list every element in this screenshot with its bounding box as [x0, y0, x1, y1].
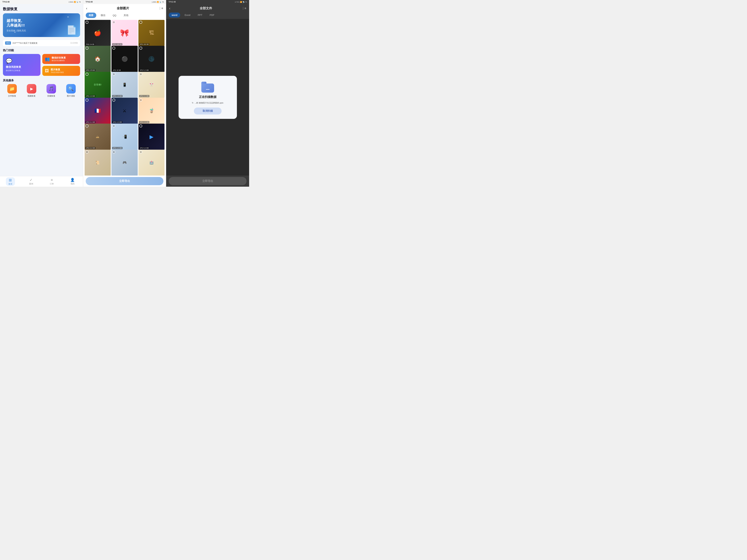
tab-pdf[interactable]: PDF — [207, 12, 217, 18]
service-audio[interactable]: 🎵 音频恢复 — [42, 84, 60, 97]
tab-album[interactable]: 相册 — [86, 12, 96, 18]
export-button-images[interactable]: 立即导出 — [86, 177, 163, 185]
img-thumbnail-13: ⛰ — [85, 124, 111, 150]
select-circle-8[interactable] — [112, 73, 115, 76]
select-circle-3[interactable] — [139, 21, 142, 24]
signal-icon-3: 📶 — [240, 1, 242, 3]
image-item-17[interactable]: 🎮 — [111, 150, 138, 176]
image-item-1[interactable]: 🍎 PNG 34 kB — [85, 20, 111, 46]
status-bar-images: 下午2:49 1.0K/s 📶 📡 75 — [83, 0, 166, 4]
select-circle-16[interactable] — [85, 151, 88, 154]
cancel-scan-button[interactable]: 取消扫描 — [194, 108, 222, 114]
img-label-12: JPG 2.6 MB — [139, 121, 150, 123]
image-item-16[interactable]: 📜 — [85, 150, 111, 176]
tab-word[interactable]: word — [169, 12, 180, 18]
time-files: 下午2:49 — [168, 1, 176, 3]
wechat-friend-card[interactable]: 👥 微信好友恢复 微信好友误删恢复 — [42, 54, 80, 64]
news-time: 11分钟前 — [70, 42, 78, 44]
status-icons-files: 4.7K/s 📶 📡 75 — [235, 1, 247, 3]
status-icons-home: 2.5K/s 📶 📡 75 — [69, 1, 81, 3]
service-video[interactable]: ▶ 视频恢复 — [23, 84, 41, 97]
tab-wechat[interactable]: 微信 — [98, 12, 108, 18]
nav-home-active-bg: ⊞ 首页 — [6, 177, 15, 186]
select-circle-9[interactable] — [139, 73, 142, 76]
image-item-8[interactable]: 📱 JPG 1.9 MB — [111, 72, 138, 98]
screen-files: 下午2:49 4.7K/s 📶 📡 75 ‹ 全部文件 ⋮≡ word Exce… — [166, 0, 249, 187]
img-label-10: JPG 9.1 MB — [85, 121, 96, 123]
news-badge: 资讯 — [5, 42, 11, 45]
img-label-8: JPG 1.9 MB — [112, 95, 123, 97]
select-circle-12[interactable] — [139, 99, 142, 102]
image-item-5[interactable]: ⚫ JPG 32 kB — [111, 46, 138, 72]
wechat-friend-icon: 👥 — [45, 57, 50, 61]
image-item-18[interactable]: 🏥 — [138, 150, 165, 176]
wechat-msg-card[interactable]: 💬 微信消息恢复 微信聊天记录恢复 — [3, 54, 41, 76]
select-circle-7[interactable] — [85, 73, 88, 76]
image-item-11[interactable]: ⚔ JPG 4.3 MB — [111, 98, 138, 124]
menu-icon-images[interactable]: ⋮≡ — [158, 6, 163, 10]
nav-home[interactable]: ⊞ 首页 — [0, 177, 21, 186]
feature-right-col: 👥 微信好友恢复 微信好友误删恢复 🖼 图片恢复 手机丢失图片恢复 — [42, 54, 80, 76]
img-thumbnail-10: 🇫🇷 — [85, 98, 111, 124]
back-button-images[interactable]: ‹ — [86, 6, 87, 10]
image-item-3[interactable]: 🏗 JPG 191 kB — [138, 20, 165, 46]
tab-excel[interactable]: Excel — [182, 12, 193, 18]
select-circle-17[interactable] — [112, 151, 115, 154]
images-title: 全部图片 — [117, 6, 129, 10]
file-icon: 📁 — [7, 84, 17, 94]
image-item-9[interactable]: 🎌 JPG 3.1 MB — [138, 72, 165, 98]
image-item-13[interactable]: ⛰ JPG 8.4 MB — [85, 124, 111, 150]
export-button-files: 立即导出 — [169, 177, 247, 185]
img-label-13: JPG 8.4 MB — [85, 147, 96, 149]
tab-ppt[interactable]: PPT — [195, 12, 205, 18]
image-grid: 🍎 PNG 34 kB 🎀 JPG 106 kB 🏗 JPG 191 kB 🏠 … — [83, 19, 166, 176]
image-item-15[interactable]: ▶ JPG 9.4 MB — [138, 124, 165, 150]
photo-recovery-card[interactable]: 🖼 图片恢复 手机丢失图片恢复 — [42, 66, 80, 76]
tab-other[interactable]: 其他 — [121, 12, 131, 18]
select-circle-6[interactable] — [139, 47, 142, 50]
nav-orders[interactable]: ≡ 订单 — [42, 178, 62, 185]
img-label-6: JPG 5.2 MB — [139, 69, 150, 71]
select-circle-15[interactable] — [139, 125, 142, 127]
image-item-6[interactable]: 🌑 JPG 5.2 MB — [138, 46, 165, 72]
folder-minus-icon — [206, 89, 210, 90]
image-item-7[interactable]: 非常棒! JPG 2.0 MB — [85, 72, 111, 98]
select-circle-10[interactable] — [85, 99, 88, 102]
service-video-label: 视频恢复 — [28, 95, 35, 97]
image-item-12[interactable]: 🧋 JPG 2.6 MB — [138, 98, 165, 124]
service-file[interactable]: 📁 文件恢复 — [3, 84, 21, 97]
nav-profile[interactable]: 👤 我的 — [62, 178, 83, 185]
banner-line1: 越早恢复, 几率越高!!! — [6, 18, 26, 28]
img-thumbnail-12: 🧋 — [138, 98, 165, 124]
service-audio-label: 音频恢复 — [47, 95, 55, 97]
wechat-friend-desc: 微信好友误删恢复 — [52, 59, 66, 62]
nav-cases[interactable]: ✓ 案例 — [21, 178, 42, 185]
image-item-14[interactable]: 📲 JPG 1.2 MB — [111, 124, 138, 150]
service-photo-clean[interactable]: 🔍 图片清除 — [62, 84, 80, 97]
promo-banner[interactable]: 越早恢复, 几率越高!!! 安全高效 | 隐私无忧 ✦ ✦ 📄 — [3, 13, 80, 37]
menu-icon-files[interactable]: ⋮≡ — [242, 6, 246, 10]
scan-progress: ↻ ...材-购物医疗生活品牌素材.pptx — [192, 102, 224, 104]
img-thumbnail-18: 🏥 — [138, 150, 165, 176]
home-nav-icon: ⊞ — [9, 178, 12, 182]
scan-dialog: 正在扫描数据 ↻ ...材-购物医疗生活品牌素材.pptx 取消扫描 — [179, 76, 237, 119]
image-item-10[interactable]: 🇫🇷 JPG 9.1 MB — [85, 98, 111, 124]
wechat-friend-name: 微信好友恢复 — [52, 56, 66, 59]
news-ticker: 资讯 153*****912 购买了音频恢复 11分钟前 — [3, 40, 80, 46]
wechat-msg-icon: 💬 — [6, 58, 37, 64]
select-circle-13[interactable] — [85, 125, 88, 127]
back-button-files[interactable]: ‹ — [169, 6, 170, 10]
other-services-title: 其他服务 — [0, 79, 83, 84]
image-item-2[interactable]: 🎀 JPG 106 kB — [111, 20, 138, 46]
cases-nav-icon: ✓ — [29, 178, 33, 182]
select-circle-4[interactable] — [85, 47, 88, 50]
tab-qq[interactable]: QQ — [110, 12, 119, 18]
image-item-4[interactable]: 🏠 JPG 179 kB — [85, 46, 111, 72]
select-circle-1[interactable] — [85, 21, 88, 24]
select-circle-18[interactable] — [139, 151, 142, 154]
img-label-11: JPG 4.3 MB — [112, 121, 123, 123]
service-photo-clean-label: 图片清除 — [67, 95, 75, 97]
speed-images: 1.0K/s — [152, 1, 156, 3]
orders-nav-icon: ≡ — [51, 178, 53, 182]
services-grid: 📁 文件恢复 ▶ 视频恢复 🎵 音频恢复 🔍 图片清除 — [3, 84, 80, 97]
